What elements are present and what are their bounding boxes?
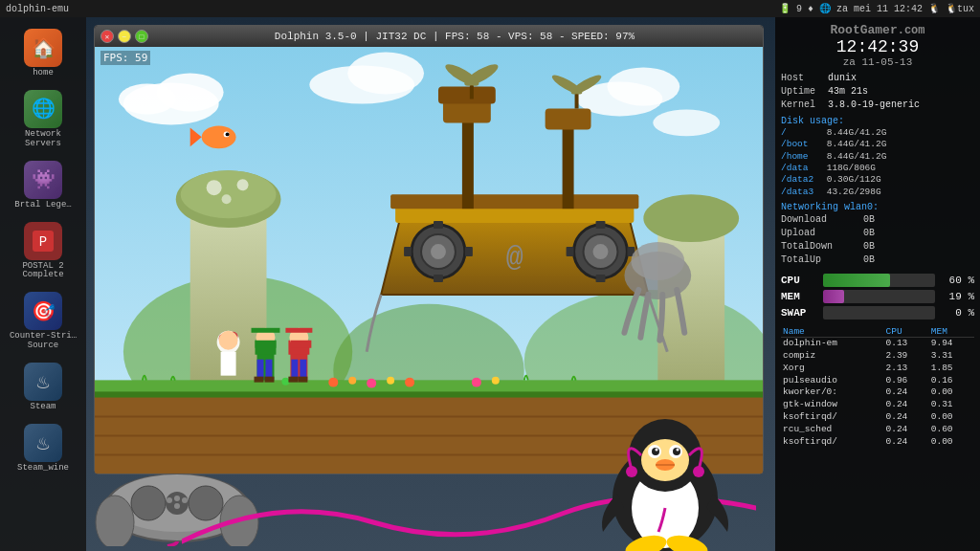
svg-rect-32 [434,221,443,229]
steam-wine-icon: ♨ [24,424,62,462]
fps-overlay: FPS: 59 [100,51,150,65]
sidebar-item-brtal[interactable]: 👾 Brtal Lege… [5,157,81,214]
svg-point-7 [347,53,424,95]
sidebar-label-network: NetworkServers [25,130,61,149]
svg-point-31 [431,244,446,259]
cpu-bar-track [823,274,935,287]
wire [182,474,756,551]
svg-point-61 [367,379,376,388]
dolphin-titlebar[interactable]: ✕ − □ Dolphin 3.5-0 | JIT32 DC | FPS: 58… [95,26,763,47]
svg-point-59 [328,378,338,387]
svg-text:P: P [39,234,47,250]
close-button[interactable]: ✕ [100,30,114,43]
sidebar-item-postal[interactable]: P POSTAL 2Complete [5,218,81,285]
process-row: ksoftirqd/0.240.00 [781,436,974,449]
counter-icon: 🎯 [24,292,62,330]
sysmon-time: 12:42:39 [781,37,974,56]
svg-rect-53 [95,381,763,392]
sidebar-item-counter[interactable]: 🎯 Counter-Stri…Source [5,288,81,355]
disk-row: /boot 8.44G/41.2G [781,139,974,150]
svg-rect-33 [434,275,443,282]
net-section-title: Networking wlan0: [781,202,974,212]
disk-row: /data 118G/806G [781,163,974,174]
game-screen: FPS: 59 [95,47,763,474]
svg-rect-41 [567,247,574,256]
svg-rect-89 [221,352,236,376]
svg-rect-80 [252,328,280,333]
process-row: pulseaudio0.960.16 [781,375,974,387]
svg-point-5 [119,84,176,115]
upload-row: Upload 0B [781,227,974,240]
svg-point-105 [174,503,180,509]
mem-bar-container: MEM 19 % [781,290,974,303]
svg-point-17 [207,180,222,195]
sidebar-label-steam-wine: Steam_wine [17,464,69,474]
username: 🐧tux [946,3,974,14]
svg-rect-75 [298,377,307,383]
sidebar: 🏠 home 🌐 NetworkServers 👾 Brtal Lege… P … [0,17,86,551]
sidebar-item-network[interactable]: 🌐 NetworkServers [5,86,81,153]
svg-point-103 [174,496,180,501]
battery-icon: 🔋 9 ♦ [779,3,813,14]
sidebar-item-steam[interactable]: ♨ Steam [5,359,81,416]
cpu-bar-container: CPU 60 % [781,274,974,287]
proc-col-name: Name [781,326,884,338]
svg-point-119 [664,532,710,551]
svg-point-21 [643,194,739,242]
sidebar-item-steam-wine[interactable]: ♨ Steam_wine [5,420,81,477]
svg-point-90 [219,331,238,350]
svg-point-96 [110,474,244,532]
svg-point-95 [105,474,249,541]
sidebar-item-home[interactable]: 🏠 home [5,25,81,82]
sidebar-label-home: home [33,69,54,78]
process-table: Name CPU MEM dolphin-em0.139.94compiz2.3… [781,326,974,448]
svg-point-94 [226,132,230,136]
dolphin-window[interactable]: ✕ − □ Dolphin 3.5-0 | JIT32 DC | FPS: 58… [94,25,764,474]
svg-point-98 [220,496,258,546]
network-icon: 🌐 [24,90,62,128]
svg-rect-39 [596,221,606,229]
totaldown-row: TotalDown 0B [781,240,974,253]
svg-rect-27 [438,87,496,104]
svg-point-66 [492,377,500,385]
svg-point-62 [387,377,394,385]
svg-point-107 [632,468,699,548]
svg-rect-71 [285,328,312,333]
svg-point-64 [281,378,289,386]
svg-point-102 [167,497,172,503]
sidebar-label-counter: Counter-Stri…Source [10,332,77,351]
svg-rect-34 [404,247,412,256]
svg-point-19 [222,194,232,204]
dolphin-title: Dolphin 3.5-0 | JIT32 DC | FPS: 58 - VPS… [152,31,757,42]
user-label: 🐧 [928,3,940,14]
home-icon: 🏠 [24,29,62,67]
datetime: za mei 11 12:42 [836,4,923,14]
taskbar-right: 🔋 9 ♦ 🌐 za mei 11 12:42 🐧 🐧tux [779,3,974,14]
disk-usage: / 8.44G/41.2G/boot 8.44G/41.2G/home 8.44… [781,127,974,198]
svg-point-60 [348,377,356,385]
svg-point-10 [653,109,720,136]
process-row: kworker/0:0.240.00 [781,386,974,399]
sysmon-date: za 11-05-13 [781,56,974,68]
system-monitor: RootGamer.com 12:42:39 za 11-05-13 Host … [775,17,980,551]
sidebar-label-steam: Steam [30,403,56,412]
kernel-row: Kernel 3.8.0-19-generic [781,99,974,112]
svg-text:@: @ [506,242,523,275]
main-area: ✕ − □ Dolphin 3.5-0 | JIT32 DC | FPS: 58… [86,17,775,551]
svg-rect-35 [465,247,473,256]
svg-point-91 [202,125,236,148]
minimize-button[interactable]: − [118,30,131,43]
sidebar-label-brtal: Brtal Lege… [14,201,71,210]
svg-point-97 [96,496,134,546]
desktop: 🏠 home 🌐 NetworkServers 👾 Brtal Lege… P … [0,17,980,551]
taskbar: dolphin-emu 🔋 9 ♦ 🌐 za mei 11 12:42 🐧 🐧t… [0,0,980,17]
maximize-button[interactable]: □ [135,30,148,43]
disk-section-title: Disk usage: [781,116,974,126]
sysmon-username: RootGamer.com [781,23,974,37]
svg-point-16 [181,170,277,218]
process-row: Xorg2.131.85 [781,363,974,375]
svg-rect-70 [290,341,311,348]
app-title: dolphin-emu [6,4,69,14]
svg-point-51 [631,242,684,280]
process-row: rcu_sched0.240.60 [781,424,974,436]
